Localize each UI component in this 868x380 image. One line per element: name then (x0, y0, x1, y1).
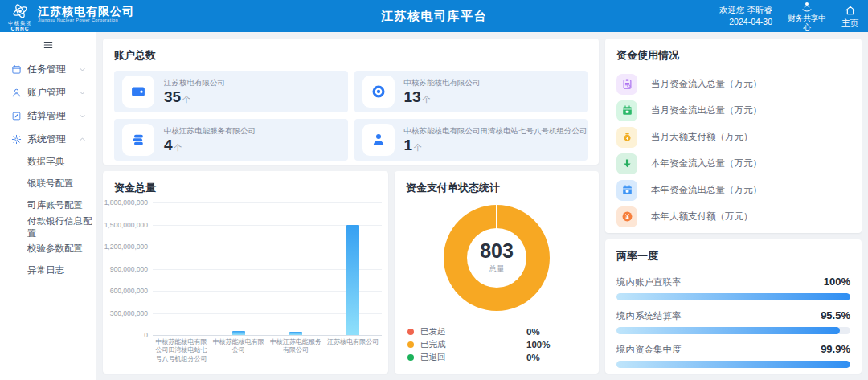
calendar-filled-icon (621, 104, 633, 116)
welcome-text: 欢迎您 李昕睿 (719, 4, 772, 16)
wallet-icon (130, 84, 146, 100)
fund-usage-icon-tile (616, 153, 637, 174)
account-count-value: 4 (164, 137, 173, 153)
ratio-label: 境内账户直联率 (616, 276, 682, 288)
account-card-text: 中核苏能核电有限公司田湾核电站七号八号机组分公司1个 (404, 126, 588, 154)
legend-label: 已退回 (420, 352, 446, 363)
fund-usage-item: 当月资金流入总量（万元） (616, 71, 850, 97)
account-count-unit: 个 (423, 95, 431, 104)
ratio-value: 99.9% (821, 343, 850, 355)
account-count: 1个 (404, 137, 588, 154)
fund-usage-label: 当月资金流入总量（万元） (651, 78, 762, 90)
payment-status-card: 资金支付单状态统计 803 总量 已发起0%已完成100%已退回0% (395, 171, 599, 374)
legend-dot (407, 329, 414, 335)
shared-service-center-button[interactable]: 财务共享中心 (784, 1, 829, 32)
legend-item: 已完成100% (407, 338, 586, 351)
fund-total-title: 资金总量 (103, 171, 388, 195)
layers-icon (130, 132, 146, 148)
moneybag-icon (621, 131, 633, 143)
user-welcome: 欢迎您 李昕睿 2024-04-30 (719, 4, 772, 27)
fund-usage-label: 当月资金流出总量（万元） (651, 104, 762, 116)
clipboard-icon (621, 78, 633, 90)
fund-usage-item: 本年大额支付额（万元） (616, 203, 850, 230)
app-root: 中核集团 CNNC 江苏核电有限公司 Jiangsu Nuclear Power… (0, 0, 868, 380)
y-axis-tick-label: 300,000,000 (110, 309, 148, 317)
account-card: 中核苏能核电有限公司13个 (354, 71, 588, 112)
account-count: 35个 (164, 88, 225, 106)
ratios-title: 两率一度 (605, 239, 862, 264)
x-axis-category-label: 中核苏能核电有限公司 (210, 338, 267, 355)
donut-total-value: 803 (480, 241, 514, 261)
x-axis-category-label: 中核苏能核电有限公司田湾核电站七号八号机组分公司 (153, 338, 210, 363)
edit-icon (11, 111, 22, 121)
sidebar-item-2[interactable]: 结算管理 (0, 104, 96, 128)
sidebar-subitem-2[interactable]: 司库账号配置 (0, 194, 96, 216)
sidebar-item-label: 任务管理 (27, 63, 66, 76)
fund-usage-item: 本年资金流出总量（万元） (616, 177, 850, 203)
hand-person-icon (800, 1, 813, 14)
account-company-name: 中核苏能核电有限公司 (404, 78, 481, 88)
fund-usage-label: 本年资金流入总量（万元） (651, 157, 762, 170)
person-icon (371, 132, 387, 148)
ratio-item: 境内资金集中度99.9% (616, 343, 850, 368)
sidebar-item-1[interactable]: 账户管理 (0, 81, 96, 104)
logo-company-name: 江苏核电有限公司 (38, 5, 134, 18)
account-summary-card: 账户总数 江苏核电有限公司35个中核苏能核电有限公司13个中核江苏电能服务有限公… (103, 39, 599, 165)
fund-usage-label: 本年资金流出总量（万元） (651, 184, 762, 196)
legend-dot (407, 341, 414, 348)
fund-usage-icon-tile (616, 180, 637, 201)
sidebar-subitem-1[interactable]: 银联号配置 (0, 173, 96, 194)
ratio-progress-track (616, 327, 850, 334)
main-content: 账户总数 江苏核电有限公司35个中核苏能核电有限公司13个中核江苏电能服务有限公… (96, 32, 868, 380)
sidebar-item-0[interactable]: 任务管理 (0, 58, 96, 81)
current-date: 2024-04-30 (719, 16, 772, 28)
legend-percent: 100% (526, 340, 550, 349)
sidebar-item-label: 账户管理 (27, 86, 66, 100)
sidebar-collapse-button[interactable] (0, 32, 96, 58)
fund-usage-icon-tile (616, 100, 637, 121)
calendar-filled-icon (621, 184, 633, 196)
home-button[interactable]: 主页 (841, 4, 858, 29)
donut-slice-divider (496, 205, 497, 229)
user-icon (11, 88, 22, 98)
bar (289, 332, 302, 335)
chevron-down-icon (79, 112, 86, 120)
hamburger-icon (43, 39, 54, 51)
ratio-item: 境内系统结算率95.5% (616, 309, 850, 334)
fund-total-card: 资金总量 1,800,000,0001,500,000,0001,200,000… (103, 171, 388, 374)
sidebar: 任务管理账户管理结算管理系统管理数据字典银联号配置司库账号配置付款银行信息配置校… (0, 32, 96, 380)
logo: 中核集团 CNNC 江苏核电有限公司 Jiangsu Nuclear Power… (0, 1, 134, 31)
x-axis-category-label: 中核江苏电能服务有限公司 (268, 338, 325, 355)
fund-usage-card: 资金使用情况 当月资金流入总量（万元）当月资金流出总量（万元）当月大额支付额（万… (605, 39, 862, 233)
account-count-value: 13 (404, 88, 421, 105)
y-axis-tick-label: 0 (144, 331, 148, 339)
sidebar-item-label: 结算管理 (27, 109, 66, 123)
fund-usage-label: 本年大额支付额（万元） (651, 210, 753, 223)
sidebar-subitem-3[interactable]: 付款银行信息配置 (0, 216, 96, 238)
sidebar-subitem-4[interactable]: 校验参数配置 (0, 238, 96, 259)
bar (232, 331, 245, 335)
legend-percent: 0% (526, 327, 540, 337)
sidebar-subitem-5[interactable]: 异常日志 (0, 259, 96, 281)
app-header: 中核集团 CNNC 江苏核电有限公司 Jiangsu Nuclear Power… (0, 0, 868, 32)
bar-column: 江苏核电有限公司 (325, 202, 382, 335)
sidebar-menu: 任务管理账户管理结算管理系统管理数据字典银联号配置司库账号配置付款银行信息配置校… (0, 58, 96, 281)
bar (346, 225, 359, 335)
ratio-head: 境内资金集中度99.9% (616, 343, 850, 356)
fund-usage-item: 本年资金流入总量（万元） (616, 150, 850, 177)
account-card-icon-tile (362, 76, 395, 108)
account-card: 中核江苏电能服务有限公司4个 (114, 119, 348, 161)
account-card-icon-tile (122, 124, 154, 156)
fund-usage-list: 当月资金流入总量（万元）当月资金流出总量（万元）当月大额支付额（万元）本年资金流… (605, 63, 862, 230)
sidebar-subitem-0[interactable]: 数据字典 (0, 151, 96, 173)
y-axis-tick-label: 1,500,000,000 (104, 221, 148, 229)
fund-usage-label: 当月大额支付额（万元） (651, 131, 753, 143)
account-count: 13个 (404, 88, 481, 106)
y-axis-tick-label: 1,200,000,000 (104, 243, 148, 251)
y-axis-tick-label: 900,000,000 (110, 265, 148, 273)
donut-center: 803 总量 (467, 228, 526, 288)
ratio-progress-track (616, 361, 850, 368)
sidebar-item-3[interactable]: 系统管理 (0, 128, 96, 151)
account-count: 4个 (164, 137, 256, 154)
home-label: 主页 (841, 18, 858, 29)
